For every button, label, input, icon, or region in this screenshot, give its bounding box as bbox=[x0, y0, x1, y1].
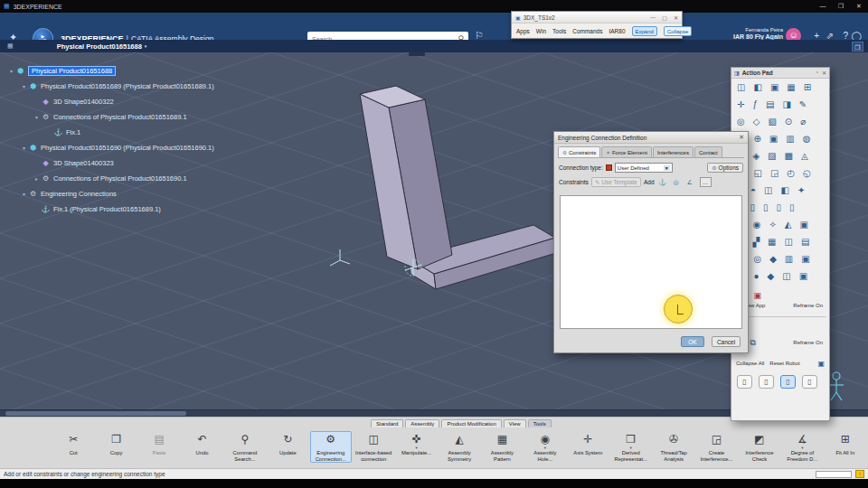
device-icon-active[interactable]: ▯ bbox=[780, 375, 796, 389]
tab-view[interactable]: View bbox=[504, 419, 526, 427]
tree-row[interactable]: ◆ 3D Shape01400322 bbox=[0, 94, 214, 109]
expander-icon[interactable]: ▾ bbox=[20, 145, 28, 151]
tree-label[interactable]: Fix.1 (Physical Product01651689.1) bbox=[53, 205, 161, 213]
3d-part[interactable] bbox=[360, 86, 556, 289]
panel-toggle-icon[interactable]: ❐ bbox=[852, 42, 863, 52]
tree-label[interactable]: 3D Shape01400323 bbox=[53, 159, 114, 167]
grid-icon[interactable]: ▦ bbox=[7, 42, 14, 50]
tab-contact[interactable]: Contact bbox=[694, 146, 722, 157]
tool-icon-row[interactable]: ◒◓◫◧✦ bbox=[737, 185, 826, 202]
window-maximize-button[interactable]: ❐ bbox=[832, 0, 850, 13]
expander-icon[interactable]: ▾ bbox=[20, 191, 28, 197]
menu-tools[interactable]: Tools bbox=[552, 28, 566, 34]
expander-icon[interactable]: ▾ bbox=[33, 114, 41, 120]
ok-button[interactable]: OK bbox=[681, 336, 704, 347]
mini-minimize-button[interactable]: — bbox=[650, 14, 656, 21]
notification-icon[interactable]: ! bbox=[855, 470, 864, 478]
tool-icon-row[interactable]: ◳⊕▣▥◍ bbox=[737, 134, 826, 151]
tool-icon-row[interactable]: ◰◱◲◴◵ bbox=[737, 168, 826, 185]
use-template-button[interactable]: ✎ Use Template bbox=[591, 177, 641, 187]
tree-label[interactable]: 3D Shape01400322 bbox=[53, 98, 114, 106]
mini-close-button[interactable]: ✕ bbox=[674, 14, 678, 21]
command-search-button[interactable]: ⚲Command Search... bbox=[224, 431, 266, 463]
interface-based-connection-button[interactable]: ◫Interface-based connection bbox=[353, 431, 394, 463]
action-pad-titlebar[interactable]: ◨ Action Pad ▫ ✕ bbox=[731, 68, 829, 79]
tool-icon-row[interactable]: ◎◇▧⊙⌀ bbox=[737, 117, 826, 134]
tool-icon-row[interactable]: ◫◎◆▥▣ bbox=[737, 254, 826, 271]
derived-representation-button[interactable]: ❒▾Derived Representat... bbox=[609, 431, 651, 463]
tree-row[interactable]: ⚓ Fix.1 (Physical Product01651689.1) bbox=[0, 202, 214, 217]
dialog-close-icon[interactable]: ✕ bbox=[739, 134, 744, 141]
chevron-down-icon[interactable]: ▾ bbox=[145, 43, 147, 49]
tree-label[interactable]: Engineering Connections bbox=[41, 190, 117, 198]
expander-icon[interactable]: ▸ bbox=[33, 175, 41, 182]
window-close-button[interactable]: ✕ bbox=[850, 0, 868, 13]
tree-row[interactable]: ▾ ⚙ Connections of Physical Product01651… bbox=[0, 109, 214, 125]
copy-view-icon[interactable]: ⧉ bbox=[750, 338, 756, 348]
tree-label[interactable]: Connections of Physical Product01651689.… bbox=[53, 113, 187, 121]
expand-button[interactable]: Expand bbox=[632, 26, 657, 36]
window-minimize-button[interactable]: — bbox=[814, 0, 832, 13]
scrollbar-thumb[interactable] bbox=[5, 411, 186, 416]
tool-icon-row[interactable]: ▤●◆◫▣ bbox=[737, 271, 826, 288]
expander-icon[interactable]: ▾ bbox=[20, 83, 28, 89]
tree-row[interactable]: ▾ ⬢ Physical Product01651689 (Physical P… bbox=[0, 79, 214, 94]
collapse-all-button[interactable]: Collapse All bbox=[736, 361, 764, 366]
menu-apps[interactable]: Apps bbox=[516, 28, 530, 34]
cut-button[interactable]: ✂Cut bbox=[52, 431, 94, 457]
manipulate-button[interactable]: ✜▾Manipulate... bbox=[395, 431, 437, 457]
tool-icon-row[interactable]: ◍◉✧◭▣ bbox=[737, 220, 826, 237]
collapse-button[interactable]: Collapse bbox=[664, 26, 692, 36]
assembly-hole-button[interactable]: ◉▾Assembly Hole... bbox=[524, 431, 566, 463]
tab-assembly[interactable]: Assembly bbox=[405, 419, 439, 427]
update-button[interactable]: ↻Update bbox=[267, 431, 308, 457]
tree-row[interactable]: ▾ ⬢ Physical Product01651688 bbox=[0, 63, 214, 79]
copy-button[interactable]: ❐Copy bbox=[95, 431, 137, 457]
tree-row[interactable]: ▾ ⬢ Physical Product01651690 (Physical P… bbox=[0, 140, 214, 155]
tab-interferences[interactable]: Interferences bbox=[653, 146, 693, 157]
top-scrollbar-thumb[interactable] bbox=[409, 52, 425, 56]
tree-row[interactable]: ⚓ Fix.1 bbox=[0, 125, 214, 140]
tree-row[interactable]: ▸ ⚙ Connections of Physical Product01651… bbox=[0, 171, 214, 186]
device-icon[interactable]: ▯ bbox=[759, 375, 774, 389]
breadcrumb-label[interactable]: Physical Product01651688 bbox=[57, 42, 142, 51]
tool-icon-row[interactable]: ⊡◈▨▩◬ bbox=[737, 151, 826, 168]
tree-label[interactable]: Connections of Physical Product01651690.… bbox=[53, 174, 187, 183]
fit-all-in-button[interactable]: ⊞Fit All In bbox=[825, 431, 866, 457]
device-icon[interactable]: ▯ bbox=[802, 375, 817, 389]
tree-label[interactable]: Physical Product01651689 (Physical Produ… bbox=[41, 82, 214, 90]
tab-standard[interactable]: Standard bbox=[371, 419, 403, 427]
assembly-pattern-button[interactable]: ▦Assembly Pattern bbox=[481, 431, 523, 463]
tool-icon-row[interactable]: ✛ƒ▤◨✎ bbox=[737, 99, 826, 117]
pin-icon[interactable]: ◨ bbox=[734, 70, 740, 76]
tab-constraints[interactable]: ⚙ Constraints bbox=[558, 146, 600, 157]
tree-label[interactable]: Fix.1 bbox=[66, 128, 80, 136]
tool-icon-row[interactable]: ◫◧▣▦⊞ bbox=[737, 82, 826, 99]
options-button[interactable]: ⚙ Options bbox=[707, 163, 743, 173]
tab-tools[interactable]: Tools bbox=[528, 419, 552, 427]
degree-of-freedom-button[interactable]: ∡▾Degree of Freedom D... bbox=[781, 431, 823, 463]
expander-icon[interactable]: ▾ bbox=[7, 68, 15, 74]
tool-icon-row[interactable]: ▯▯▯▯▯ bbox=[737, 202, 826, 220]
chevron-down-icon[interactable]: ▼ bbox=[664, 165, 670, 171]
anchor-constraint-icon[interactable]: ⚓ bbox=[657, 177, 668, 187]
tree-row[interactable]: ◆ 3D Shape01400323 bbox=[0, 155, 214, 171]
reset-robot-button[interactable]: Reset Robot bbox=[769, 361, 799, 366]
pad-minimize-icon[interactable]: ▫ bbox=[816, 70, 818, 76]
more-button[interactable]: … bbox=[700, 177, 712, 187]
menu-iar80[interactable]: IAR80 bbox=[609, 28, 625, 34]
tree-row[interactable]: ▾ ⚙ Engineering Connections bbox=[0, 186, 214, 202]
constraints-list[interactable] bbox=[560, 195, 742, 329]
engineering-connection-button[interactable]: ⚙Engineering Connection... bbox=[310, 431, 352, 463]
mini-maximize-button[interactable]: ▢ bbox=[662, 14, 667, 21]
interference-check-button[interactable]: ◩Interference Check bbox=[739, 431, 780, 463]
dialog-titlebar[interactable]: Engineering Connection Definition ✕ bbox=[554, 132, 748, 144]
pad-close-icon[interactable]: ✕ bbox=[822, 70, 826, 76]
menu-commands[interactable]: Commands bbox=[572, 28, 602, 34]
tree-label-selected[interactable]: Physical Product01651688 bbox=[28, 66, 116, 76]
robot-tool-icon[interactable]: ▣ bbox=[817, 360, 825, 368]
assembly-symmetry-button[interactable]: ◭Assembly Symmetry bbox=[439, 431, 480, 463]
pick-tool-icon[interactable]: ▣ bbox=[754, 291, 762, 300]
device-icon[interactable]: ▯ bbox=[737, 375, 752, 389]
cancel-button[interactable]: Cancel bbox=[712, 336, 741, 347]
